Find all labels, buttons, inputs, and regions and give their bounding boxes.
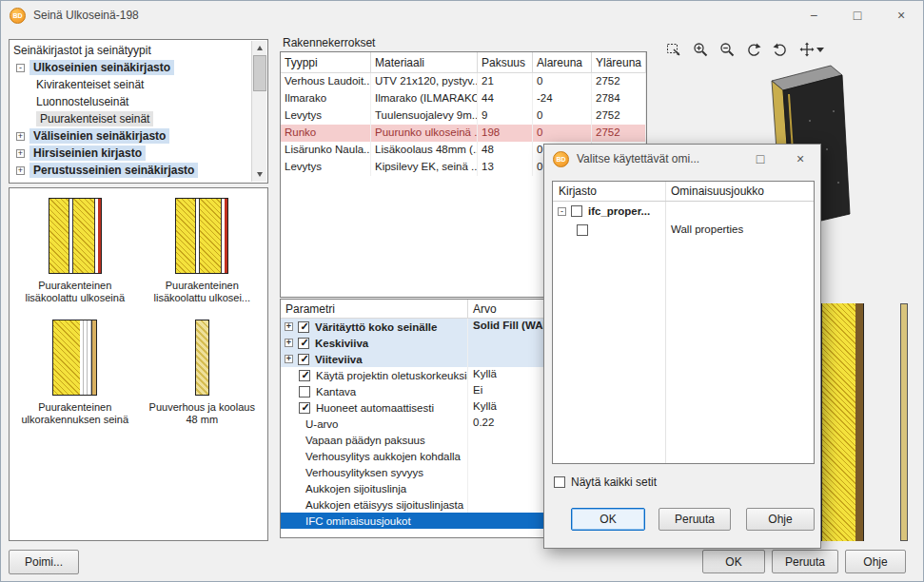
set-checkbox[interactable] (577, 224, 588, 236)
help-button[interactable]: Ohje (845, 550, 906, 573)
column-header-parametri[interactable]: Parametri (281, 300, 468, 319)
show-all-checkbox[interactable] (554, 476, 565, 488)
column-header-ylareuna[interactable]: Yläreuna (592, 52, 646, 72)
wall-type-gallery: Puurakenteinen lisäkoolattu ulkoseinä Pu… (9, 187, 268, 541)
wall-library-tree: Seinäkirjastot ja seinätyypit - Ulkosein… (9, 39, 268, 184)
show-all-sets-option[interactable]: Näytä kaikki setit (554, 475, 657, 489)
wall-type-item[interactable]: Puurakenteinen lisäkoolattu ulkosei... (139, 198, 266, 304)
zoom-window-button[interactable] (664, 40, 683, 59)
layer-row[interactable]: LevytysTuulensuojalevy 9m... 90 2752 (281, 107, 646, 125)
tree-item-ulkoseinien-seinakirjasto[interactable]: - Ulkoseinien seinäkirjasto (10, 59, 251, 76)
zoom-out-button[interactable] (718, 40, 737, 59)
zoom-in-icon (693, 42, 708, 57)
minimize-button[interactable]: − (792, 1, 836, 29)
expand-icon[interactable]: + (16, 149, 25, 158)
tree-item-puurakenteiset-seinat[interactable]: Puurakenteiset seinät (10, 110, 251, 127)
chevron-down-icon[interactable] (816, 48, 824, 52)
app-logo-icon: BD (553, 151, 569, 167)
layers-header: Tyyppi Materiaali Paksuus Alareuna Yläre… (281, 52, 646, 73)
dialog-title-bar[interactable]: BD Valitse käytettävät omi... □ × (544, 145, 820, 173)
property-list-header: Kirjasto Ominaisuusjoukko (553, 182, 814, 202)
ok-button[interactable]: OK (702, 550, 765, 573)
property-library-row[interactable]: - ifc_proper... (553, 202, 814, 221)
param-checkbox[interactable] (298, 338, 309, 349)
wall-thumbnail-image[interactable] (175, 198, 228, 274)
column-header-tyyppi[interactable]: Tyyppi (281, 52, 371, 72)
expand-icon[interactable]: + (16, 166, 25, 175)
column-header-kirjasto[interactable]: Kirjasto (553, 182, 665, 201)
app-logo-icon: BD (10, 8, 26, 24)
main-window: BD Seinä Ulkoseinä-198 − □ × Seinäkirjas… (0, 0, 924, 582)
tree-item-perustusseinien-seinakirjasto[interactable]: + Perustusseinien seinäkirjasto (10, 162, 251, 179)
zoom-out-icon (719, 42, 735, 57)
tree-item-root[interactable]: Seinäkirjastot ja seinätyypit (10, 42, 251, 59)
scroll-up-icon[interactable] (252, 41, 267, 55)
param-checkbox[interactable] (299, 370, 310, 381)
library-checkbox[interactable] (571, 205, 582, 217)
dialog-cancel-button[interactable]: Peruuta (659, 508, 731, 531)
wall-thumbnail-image[interactable] (195, 320, 209, 396)
param-checkbox[interactable] (298, 354, 309, 365)
dialog-title: Valitse käytettävät omi... (577, 152, 699, 165)
collapse-icon[interactable]: - (558, 207, 566, 216)
param-checkbox[interactable] (298, 321, 309, 333)
wall-section-board (900, 303, 908, 541)
wall-type-item[interactable]: Puuverhous ja koolaus 48 mm (139, 320, 266, 426)
column-header-paksuus[interactable]: Paksuus (478, 52, 533, 72)
dialog-help-button[interactable]: Ohje (746, 508, 815, 531)
scroll-thumb[interactable] (253, 55, 266, 91)
properties-dialog: BD Valitse käytettävät omi... □ × Kirjas… (543, 144, 821, 549)
tree-item-valiseinien-seinakirjasto[interactable]: + Väliseinien seinäkirjasto (10, 127, 251, 145)
zoom-window-icon (666, 42, 681, 57)
dialog-maximize-button[interactable]: □ (740, 145, 780, 173)
property-set-list: Kirjasto Ominaisuusjoukko - ifc_proper..… (552, 181, 815, 464)
wall-section-stud (855, 303, 863, 541)
wall-type-caption: Puurakenteinen lisäkoolattu ulkoseinä (16, 280, 134, 304)
param-checkbox[interactable] (299, 386, 310, 398)
layer-row[interactable]: Verhous Laudoit...UTV 21x120, pystyv... … (281, 73, 646, 90)
maximize-button[interactable]: □ (836, 1, 879, 29)
dialog-close-button[interactable]: × (780, 145, 820, 173)
wall-type-caption: Puurakenteinen lisäkoolattu ulkosei... (143, 280, 261, 304)
tree-item-luonnosteluseinat[interactable]: Luonnosteluseinät (10, 93, 251, 110)
tree-item-kivirakenteiset-seinat[interactable]: Kivirakenteiset seinät (10, 76, 251, 93)
title-bar[interactable]: BD Seinä Ulkoseinä-198 − □ × (1, 1, 923, 29)
wall-type-item[interactable]: Puurakenteinen ulkorakennuksen seinä (11, 320, 139, 426)
close-button[interactable]: × (879, 1, 923, 29)
expand-icon[interactable]: + (285, 322, 293, 331)
show-all-label: Näytä kaikki setit (571, 475, 657, 489)
column-header-alareuna[interactable]: Alareuna (533, 52, 592, 72)
expand-icon[interactable]: + (16, 132, 25, 141)
window-title: Seinä Ulkoseinä-198 (33, 9, 139, 22)
wall-thumbnail-image[interactable] (52, 320, 97, 396)
tree-item-hirsiseinien-kirjasto[interactable]: + Hirsiseinien kirjasto (10, 145, 251, 162)
wall-thumbnail-image[interactable] (49, 198, 102, 274)
wall-type-item[interactable]: Puurakenteinen lisäkoolattu ulkoseinä (11, 198, 139, 304)
collapse-icon[interactable]: - (16, 64, 25, 72)
layer-row[interactable]: IlmarakoIlmarako (ILMARAKO) 44-24 2784 (281, 90, 646, 107)
wall-type-caption: Puuverhous ja koolaus 48 mm (143, 401, 261, 426)
expand-icon[interactable]: + (285, 355, 293, 363)
layer-row-selected[interactable]: RunkoPuurunko ulkoseinä ... 1980 2752 (281, 125, 646, 142)
wall-type-caption: Puurakenteinen ulkorakennuksen seinä (16, 401, 134, 426)
scroll-down-icon[interactable] (252, 167, 267, 182)
expand-icon[interactable]: + (285, 339, 293, 347)
tree-scrollbar[interactable] (251, 41, 266, 182)
zoom-in-button[interactable] (691, 40, 710, 59)
column-header-ominaisuusjoukko[interactable]: Ominaisuusjoukko (665, 182, 814, 201)
cancel-button[interactable]: Peruuta (772, 550, 838, 573)
column-header-materiaali[interactable]: Materiaali (371, 52, 478, 72)
pick-button[interactable]: Poimi... (9, 550, 79, 574)
property-set-row[interactable]: Wall properties (553, 221, 814, 240)
param-checkbox[interactable] (299, 402, 310, 414)
dialog-ok-button[interactable]: OK (571, 508, 645, 531)
layers-group-title: Rakennekerrokset (283, 36, 375, 49)
